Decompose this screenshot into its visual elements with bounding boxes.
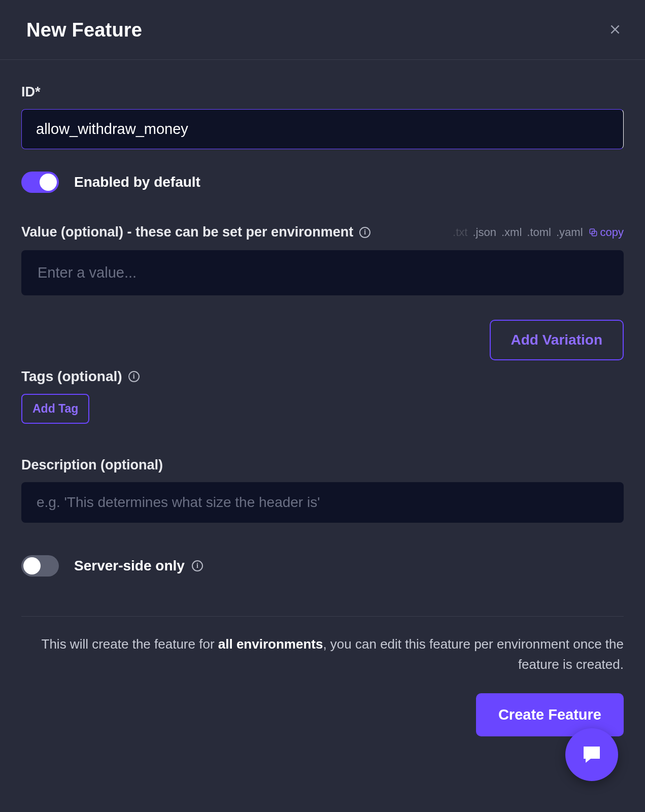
close-icon bbox=[608, 23, 622, 36]
enabled-toggle-row: Enabled by default bbox=[21, 172, 624, 193]
info-icon[interactable]: i bbox=[359, 227, 370, 238]
tags-label: Tags (optional) i bbox=[21, 368, 624, 385]
tags-label-text: Tags (optional) bbox=[21, 368, 122, 385]
chat-icon bbox=[580, 742, 604, 767]
add-tag-button[interactable]: Add Tag bbox=[21, 394, 89, 424]
format-yaml[interactable]: .yaml bbox=[556, 226, 583, 239]
add-variation-row: Add Variation bbox=[21, 320, 624, 360]
footer-divider bbox=[21, 616, 624, 617]
id-label: ID* bbox=[21, 84, 624, 100]
copy-label: copy bbox=[600, 226, 624, 239]
footer-note-suffix: , you can edit this feature per environm… bbox=[323, 636, 624, 672]
modal-body: ID* Enabled by default Value (optional) … bbox=[0, 60, 645, 752]
toggle-thumb bbox=[23, 557, 41, 574]
value-formats: .txt .json .xml .toml .yaml copy bbox=[453, 226, 624, 239]
chat-fab[interactable] bbox=[565, 728, 618, 781]
toggle-thumb bbox=[40, 174, 57, 191]
server-side-section: Server-side only i bbox=[21, 555, 624, 577]
server-side-label: Server-side only i bbox=[74, 558, 203, 574]
new-feature-modal: New Feature ID* Enabled by default Value… bbox=[0, 0, 645, 812]
footer-actions: Create Feature bbox=[21, 693, 624, 736]
copy-button[interactable]: copy bbox=[588, 226, 624, 239]
format-json[interactable]: .json bbox=[472, 226, 496, 239]
format-xml[interactable]: .xml bbox=[501, 226, 522, 239]
value-label: Value (optional) - these can be set per … bbox=[21, 224, 370, 240]
format-toml[interactable]: .toml bbox=[527, 226, 551, 239]
info-icon[interactable]: i bbox=[128, 371, 140, 382]
value-label-text: Value (optional) - these can be set per … bbox=[21, 224, 353, 240]
info-icon[interactable]: i bbox=[192, 560, 203, 571]
add-variation-button[interactable]: Add Variation bbox=[490, 320, 624, 360]
description-label: Description (optional) bbox=[21, 457, 624, 473]
modal-title: New Feature bbox=[26, 19, 142, 41]
footer-note-prefix: This will create the feature for bbox=[42, 636, 218, 652]
id-input[interactable] bbox=[21, 109, 624, 149]
server-side-toggle[interactable] bbox=[21, 555, 59, 577]
server-side-label-text: Server-side only bbox=[74, 558, 185, 574]
description-section: Description (optional) bbox=[21, 457, 624, 523]
modal-header: New Feature bbox=[0, 0, 645, 60]
close-button[interactable] bbox=[606, 21, 624, 40]
footer-note: This will create the feature for all env… bbox=[21, 634, 624, 675]
enabled-toggle-label: Enabled by default bbox=[74, 174, 200, 190]
copy-icon bbox=[588, 227, 598, 238]
footer-note-bold: all environments bbox=[218, 636, 323, 652]
tags-section: Tags (optional) i Add Tag bbox=[21, 368, 624, 424]
format-txt[interactable]: .txt bbox=[453, 226, 467, 239]
value-header: Value (optional) - these can be set per … bbox=[21, 224, 624, 240]
value-section: Value (optional) - these can be set per … bbox=[21, 224, 624, 295]
enabled-toggle[interactable] bbox=[21, 172, 59, 193]
description-input[interactable] bbox=[21, 482, 624, 523]
value-input[interactable] bbox=[21, 250, 624, 295]
